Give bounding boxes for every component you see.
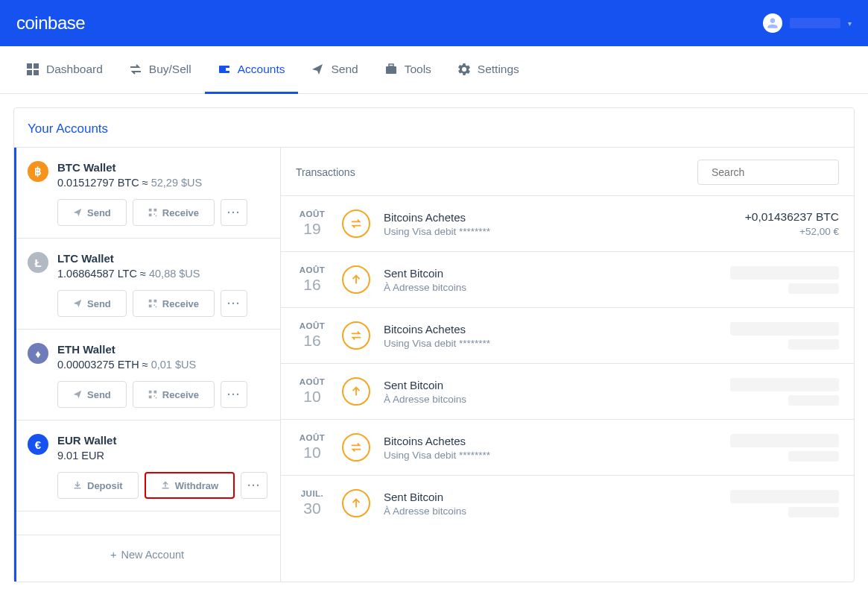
send-icon <box>311 63 323 75</box>
send-button[interactable]: Send <box>57 381 127 408</box>
svg-rect-8 <box>149 209 152 212</box>
svg-rect-5 <box>226 68 230 71</box>
tx-amount-fiat-hidden <box>788 395 839 406</box>
svg-rect-12 <box>156 215 157 217</box>
more-button[interactable]: ··· <box>241 472 267 499</box>
tx-title: Sent Bitcoin <box>384 491 717 503</box>
transaction-row[interactable]: AOÛT 16 Bitcoins Achetes Using Visa debi… <box>281 307 854 363</box>
briefcase-icon <box>385 63 397 75</box>
svg-rect-14 <box>153 300 156 303</box>
nav-tools[interactable]: Tools <box>372 46 445 94</box>
tx-title: Sent Bitcoin <box>384 379 717 391</box>
tx-amount-fiat-hidden <box>788 507 839 517</box>
transactions-heading: Transactions <box>296 166 355 178</box>
coin-badge: ♦ <box>28 343 48 364</box>
tx-amount: +0,01436237 BTC <box>745 210 839 224</box>
coin-badge: € <box>28 434 48 455</box>
svg-rect-13 <box>149 300 152 303</box>
account-card[interactable]: € EUR Wallet 9.01 EUR Deposit Withdraw ·… <box>14 421 280 511</box>
tx-date: AOÛT 10 <box>296 377 329 406</box>
search-box[interactable] <box>697 160 839 185</box>
account-balance: 0.01512797 BTC ≈ 52,29 $US <box>57 177 270 189</box>
tx-amount-hidden <box>730 490 839 503</box>
download-icon <box>73 481 82 490</box>
send-button[interactable]: Send <box>57 199 127 226</box>
receive-button[interactable]: Receive <box>133 381 215 408</box>
account-name: EUR Wallet <box>57 434 270 447</box>
more-button[interactable]: ··· <box>221 199 247 226</box>
transaction-row[interactable]: AOÛT 16 Sent Bitcoin À Adresse bitcoins <box>281 251 854 307</box>
tx-date: AOÛT 10 <box>296 433 329 462</box>
tx-title: Sent Bitcoin <box>384 267 717 280</box>
transactions-column: Transactions AOÛT 19 Bitcoins Achetes Us… <box>281 148 854 582</box>
tx-amount-fiat-hidden <box>788 283 839 294</box>
svg-rect-18 <box>149 391 152 394</box>
nav-send[interactable]: Send <box>298 46 371 94</box>
send-icon <box>73 299 82 308</box>
account-card[interactable]: ♦ ETH Wallet 0.00003275 ETH ≈ 0,01 $US S… <box>14 330 280 421</box>
withdraw-button[interactable]: Withdraw <box>145 472 235 499</box>
tx-subtitle: À Adresse bitcoins <box>384 394 717 405</box>
tx-amount-hidden <box>730 434 839 447</box>
tx-amount-hidden <box>730 322 839 336</box>
nav-settings[interactable]: Settings <box>445 46 533 94</box>
tx-date: JUIL. 30 <box>296 489 329 517</box>
top-header: coinbase ▾ <box>0 0 868 46</box>
exchange-icon <box>342 433 370 462</box>
nav-accounts[interactable]: Accounts <box>205 46 299 94</box>
logo[interactable]: coinbase <box>16 13 85 34</box>
avatar-icon <box>763 13 782 33</box>
send-icon <box>73 390 82 399</box>
nav-label: Buy/Sell <box>149 63 191 76</box>
send-button[interactable]: Send <box>57 290 127 317</box>
receive-button[interactable]: Receive <box>133 199 215 226</box>
transaction-row[interactable]: AOÛT 19 Bitcoins Achetes Using Visa debi… <box>281 195 854 251</box>
tx-subtitle: À Adresse bitcoins <box>384 506 717 517</box>
nav-dashboard[interactable]: Dashboard <box>13 46 116 94</box>
send-icon <box>342 265 370 294</box>
account-balance: 9.01 EUR <box>57 450 270 462</box>
qr-icon <box>148 208 157 217</box>
receive-button[interactable]: Receive <box>133 290 215 317</box>
user-menu[interactable]: ▾ <box>763 13 852 33</box>
nav-label: Send <box>331 63 358 76</box>
exchange-icon <box>342 321 370 350</box>
new-account-button[interactable]: + New Account <box>14 535 280 574</box>
chevron-down-icon: ▾ <box>848 19 852 28</box>
nav-label: Accounts <box>238 63 285 76</box>
deposit-button[interactable]: Deposit <box>57 472 139 499</box>
tx-date: AOÛT 16 <box>296 321 329 350</box>
svg-rect-7 <box>389 64 393 66</box>
account-name: ETH Wallet <box>57 343 270 356</box>
more-button[interactable]: ··· <box>221 290 247 317</box>
new-account-label: New Account <box>121 549 184 561</box>
transaction-row[interactable]: AOÛT 10 Sent Bitcoin À Adresse bitcoins <box>281 363 854 419</box>
account-name: BTC Wallet <box>57 161 270 174</box>
nav-buy-sell[interactable]: Buy/Sell <box>116 46 205 94</box>
svg-rect-3 <box>34 70 39 75</box>
svg-rect-17 <box>156 306 157 308</box>
accounts-column: ฿ BTC Wallet 0.01512797 BTC ≈ 52,29 $US … <box>14 148 281 582</box>
panel-title: Your Accounts <box>14 108 854 147</box>
swap-icon <box>130 63 142 75</box>
send-icon <box>342 377 370 406</box>
more-button[interactable]: ··· <box>221 381 247 408</box>
qr-icon <box>148 390 157 399</box>
account-card[interactable]: ฿ BTC Wallet 0.01512797 BTC ≈ 52,29 $US … <box>14 148 280 239</box>
account-card[interactable]: Ł LTC Wallet 1.06864587 LTC ≈ 40,88 $US … <box>14 239 280 330</box>
tx-title: Bitcoins Achetes <box>384 435 717 447</box>
tx-date: AOÛT 19 <box>296 210 329 238</box>
upload-icon <box>161 481 170 490</box>
nav-label: Tools <box>405 63 431 76</box>
tx-subtitle: Using Visa debit ******** <box>384 338 717 349</box>
nav-label: Settings <box>478 63 519 76</box>
transaction-row[interactable]: JUIL. 30 Sent Bitcoin À Adresse bitcoins <box>281 475 854 531</box>
wallet-icon <box>218 63 230 75</box>
coin-badge: ฿ <box>28 161 48 182</box>
grid-icon <box>27 63 39 75</box>
nav-bar: Dashboard Buy/Sell Accounts Send Tools S… <box>0 46 868 94</box>
search-input[interactable] <box>712 166 842 178</box>
transaction-row[interactable]: AOÛT 10 Bitcoins Achetes Using Visa debi… <box>281 419 854 475</box>
tx-subtitle: Using Visa debit ******** <box>384 450 717 461</box>
svg-rect-11 <box>153 214 155 215</box>
